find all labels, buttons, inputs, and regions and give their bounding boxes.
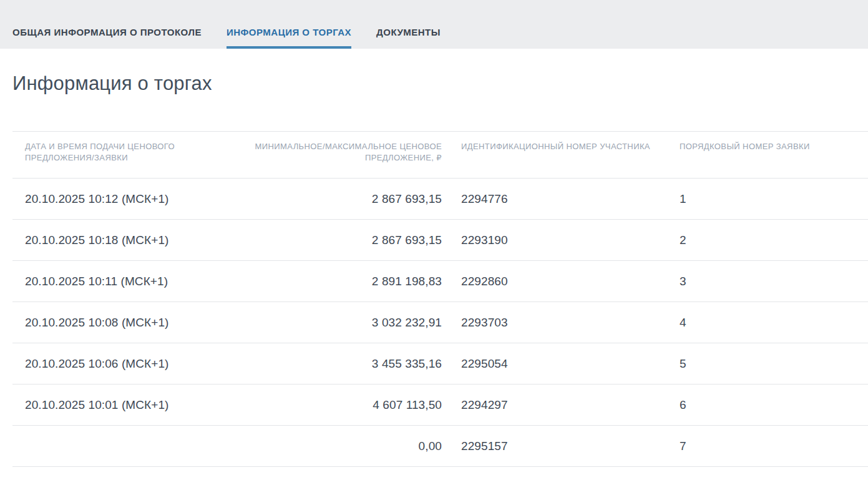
cell-application-number: 2 [660, 233, 868, 247]
cell-datetime: 20.10.2025 10:18 (МСК+1) [12, 233, 243, 247]
tab-documents[interactable]: ДОКУМЕНТЫ [376, 27, 441, 49]
table-row: 20.10.2025 10:18 (МСК+1) 2 867 693,15 22… [12, 220, 868, 261]
table-row: 20.10.2025 10:11 (МСК+1) 2 891 198,83 22… [12, 261, 868, 302]
cell-application-number: 1 [660, 192, 868, 206]
tab-trading-info[interactable]: ИНФОРМАЦИЯ О ТОРГАХ [227, 27, 351, 49]
cell-datetime: 20.10.2025 10:08 (МСК+1) [12, 316, 243, 330]
table-body: 20.10.2025 10:12 (МСК+1) 2 867 693,15 22… [12, 179, 868, 467]
tab-protocol-general-info[interactable]: ОБЩАЯ ИНФОРМАЦИЯ О ПРОТОКОЛЕ [12, 27, 202, 49]
table-row: 20.10.2025 10:08 (МСК+1) 3 032 232,91 22… [12, 302, 868, 343]
cell-application-number: 3 [660, 275, 868, 288]
cell-datetime: 20.10.2025 10:06 (МСК+1) [12, 357, 243, 371]
cell-application-number: 7 [660, 439, 868, 453]
cell-participant-id: 2292860 [442, 275, 660, 288]
cell-participant-id: 2293703 [442, 316, 660, 330]
cell-datetime: 20.10.2025 10:12 (МСК+1) [12, 192, 243, 206]
cell-price: 4 607 113,50 [243, 398, 442, 412]
table-row: 20.10.2025 10:01 (МСК+1) 4 607 113,50 22… [12, 385, 868, 426]
cell-application-number: 5 [660, 357, 868, 371]
column-header-application-number: ПОРЯДКОВЫЙ НОМЕР ЗАЯВКИ [660, 141, 868, 178]
column-header-datetime: ДАТА И ВРЕМЯ ПОДАЧИ ЦЕНОВОГО ПРЕДЛОЖЕНИЯ… [12, 141, 206, 178]
cell-participant-id: 2295054 [442, 357, 660, 371]
cell-participant-id: 2293190 [442, 233, 660, 247]
trading-info-panel: Информация о торгах ДАТА И ВРЕМЯ ПОДАЧИ … [0, 71, 868, 467]
cell-price: 2 891 198,83 [243, 275, 442, 288]
table-row: 0,00 2295157 7 [12, 426, 868, 467]
cell-price: 2 867 693,15 [243, 233, 442, 247]
table-row: 20.10.2025 10:12 (МСК+1) 2 867 693,15 22… [12, 179, 868, 220]
cell-participant-id: 2294776 [442, 192, 660, 206]
cell-price: 2 867 693,15 [243, 192, 442, 206]
table-header-row: ДАТА И ВРЕМЯ ПОДАЧИ ЦЕНОВОГО ПРЕДЛОЖЕНИЯ… [12, 132, 868, 179]
cell-price: 3 455 335,16 [243, 357, 442, 371]
trading-table: ДАТА И ВРЕМЯ ПОДАЧИ ЦЕНОВОГО ПРЕДЛОЖЕНИЯ… [12, 131, 868, 467]
cell-price: 0,00 [243, 439, 442, 453]
cell-price: 3 032 232,91 [243, 316, 442, 330]
cell-datetime: 20.10.2025 10:01 (МСК+1) [12, 398, 243, 412]
cell-participant-id: 2294297 [442, 398, 660, 412]
tab-bar: ОБЩАЯ ИНФОРМАЦИЯ О ПРОТОКОЛЕ ИНФОРМАЦИЯ … [0, 0, 868, 49]
cell-application-number: 6 [660, 398, 868, 412]
cell-application-number: 4 [660, 316, 868, 330]
page-title: Информация о торгах [12, 71, 868, 97]
cell-datetime: 20.10.2025 10:11 (МСК+1) [12, 275, 243, 288]
table-row: 20.10.2025 10:06 (МСК+1) 3 455 335,16 22… [12, 343, 868, 385]
column-header-price: МИНИМАЛЬНОЕ/МАКСИМАЛЬНОЕ ЦЕНОВОЕ ПРЕДЛОЖ… [243, 141, 442, 178]
cell-participant-id: 2295157 [442, 439, 660, 453]
column-header-participant-id: ИДЕНТИФИКАЦИОННЫЙ НОМЕР УЧАСТНИКА [442, 141, 660, 178]
